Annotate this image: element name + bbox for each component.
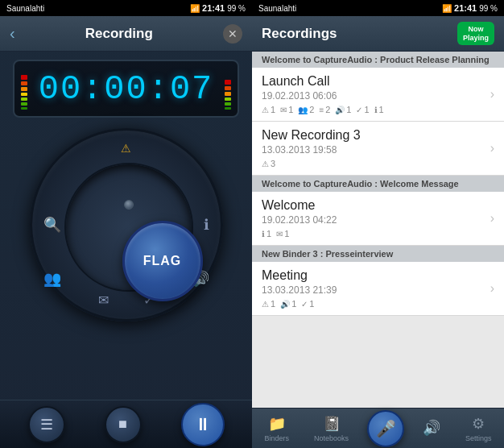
- info-meta-icon: ℹ: [262, 230, 265, 239]
- recording-title: Recording: [85, 26, 153, 42]
- mail-meta-icon: ✉: [280, 106, 287, 114]
- recording-item[interactable]: Welcome 19.02.2013 04:22 ℹ1 ✉1 ›: [252, 192, 504, 246]
- close-button[interactable]: ✕: [223, 24, 242, 44]
- volume-meta-icon: 🔊: [335, 106, 345, 114]
- battery-left: 99 %: [227, 4, 246, 13]
- meta-check: ✓1: [356, 105, 369, 114]
- level-bars-left: [21, 69, 27, 110]
- binders-icon: 📁: [268, 415, 286, 433]
- recording-item[interactable]: Launch Call 19.02.2013 06:06 ⚠1 ✉1 👥2 ≡2…: [252, 68, 504, 122]
- recording-meta: ⚠1 ✉1 👥2 ≡2 🔊1 ✓1 ℹ1: [262, 105, 484, 114]
- meta-volume: 🔊1: [280, 299, 296, 309]
- level-bar: [21, 75, 27, 80]
- volume-tab-icon: 🔊: [423, 419, 440, 437]
- tab-notebooks[interactable]: 📓 Notebooks: [308, 412, 355, 446]
- level-bar: [21, 87, 27, 91]
- level-bar: [225, 107, 231, 110]
- recording-item[interactable]: New Recording 3 13.03.2013 19:58 ⚠3 ›: [252, 122, 504, 176]
- tab-binders[interactable]: 📁 Binders: [258, 412, 295, 446]
- pause-icon: ⏸: [194, 414, 212, 435]
- tab-volume[interactable]: 🔊: [416, 416, 447, 442]
- timer-value: 00:00:07: [39, 70, 214, 109]
- settings-icon: ⚙: [472, 415, 485, 433]
- recording-meta: ⚠3: [262, 159, 484, 168]
- meta-people: 👥2: [298, 105, 314, 114]
- recording-name: Meeting: [262, 268, 484, 283]
- meta-info: ℹ1: [262, 229, 271, 239]
- warning-meta-icon: ⚠: [262, 300, 269, 309]
- time-left: 21:41: [202, 3, 225, 13]
- status-icons-left: 📶 21:41 99 %: [190, 3, 246, 13]
- back-button[interactable]: ‹: [10, 24, 15, 43]
- mail-icon[interactable]: ✉: [98, 292, 109, 308]
- chevron-right-icon: ›: [490, 281, 494, 296]
- recording-info: New Recording 3 13.03.2013 19:58 ⚠3: [262, 128, 484, 168]
- recording-date: 19.02.2013 04:22: [262, 214, 484, 226]
- recording-name: Launch Call: [262, 74, 484, 89]
- notebooks-icon: 📓: [323, 415, 341, 433]
- level-bar: [225, 102, 231, 106]
- recording-name: Welcome: [262, 198, 484, 213]
- people-meta-icon: 👥: [298, 106, 308, 114]
- meta-list: ≡2: [319, 105, 330, 114]
- menu-button[interactable]: ☰: [28, 406, 65, 443]
- info-meta-icon: ℹ: [374, 106, 378, 114]
- time-right: 21:41: [454, 3, 477, 13]
- carrier-left: Saunalahti: [6, 4, 44, 13]
- volume-meta-icon: 🔊: [280, 300, 290, 309]
- stop-button[interactable]: ■: [105, 406, 142, 443]
- tab-settings[interactable]: ⚙ Settings: [459, 412, 498, 446]
- stop-icon: ■: [118, 416, 127, 433]
- meta-warning: ⚠1: [262, 105, 275, 114]
- recording-meta: ℹ1 ✉1: [262, 229, 484, 239]
- level-bar: [21, 97, 27, 101]
- flag-button[interactable]: FLAG: [122, 221, 203, 301]
- section-header: Welcome to CaptureAudio : Welcome Messag…: [252, 176, 504, 192]
- info-icon[interactable]: ℹ: [204, 216, 209, 234]
- level-bar: [225, 86, 231, 90]
- now-playing-line2: Playing: [463, 34, 489, 43]
- recordings-list: Welcome to CaptureAudio : Product Releas…: [252, 52, 504, 408]
- dial-outer: ⚠ 🔍 ℹ 👥 🔊 ✉ ✓ FLAG: [30, 128, 223, 321]
- header-left: ‹ Recording ✕: [0, 16, 252, 52]
- battery-right: 99 %: [479, 4, 498, 13]
- recording-date: 13.03.2013 19:58: [262, 144, 484, 156]
- dot-indicator: [124, 200, 134, 209]
- recording-date: 19.02.2013 06:06: [262, 90, 484, 102]
- tab-settings-label: Settings: [465, 434, 492, 442]
- recording-info: Launch Call 19.02.2013 06:06 ⚠1 ✉1 👥2 ≡2…: [262, 74, 484, 114]
- tab-binders-label: Binders: [264, 434, 289, 442]
- search-icon[interactable]: 🔍: [43, 216, 61, 234]
- chevron-right-icon: ›: [490, 141, 494, 156]
- microphone-icon: 🎤: [376, 419, 396, 438]
- wifi-icon-right: 📶: [442, 4, 452, 13]
- header-right: Recordings Now Playing: [252, 16, 504, 52]
- warning-icon[interactable]: ⚠: [121, 142, 131, 155]
- recording-info: Meeting 13.03.2013 21:39 ⚠1 🔊1 ✓1: [262, 268, 484, 309]
- flag-label: FLAG: [143, 254, 182, 268]
- now-playing-badge[interactable]: Now Playing: [457, 22, 494, 46]
- now-playing-line1: Now: [468, 25, 483, 34]
- recording-meta: ⚠1 🔊1 ✓1: [262, 299, 484, 309]
- carrier-right: Saunalahti: [258, 4, 296, 13]
- recordings-title: Recordings: [262, 26, 337, 42]
- chevron-right-icon: ›: [490, 87, 494, 102]
- warning-meta-icon: ⚠: [262, 160, 269, 168]
- dial-inner: FLAG: [64, 163, 193, 292]
- mail-meta-icon: ✉: [276, 230, 283, 239]
- level-bar: [225, 92, 231, 96]
- pause-button[interactable]: ⏸: [181, 403, 225, 446]
- recording-item[interactable]: Meeting 13.03.2013 21:39 ⚠1 🔊1 ✓1 ›: [252, 262, 504, 316]
- status-bar-left: Saunalahti 📶 21:41 99 %: [0, 0, 252, 16]
- check-meta-icon: ✓: [356, 106, 362, 114]
- people-icon[interactable]: 👥: [43, 270, 61, 288]
- left-panel: Saunalahti 📶 21:41 99 % ‹ Recording ✕ 00…: [0, 0, 252, 448]
- tab-recordings-btn[interactable]: 🎤: [367, 410, 404, 447]
- wifi-icon: 📶: [190, 4, 200, 13]
- meta-volume: 🔊1: [335, 105, 351, 114]
- dial-container: ⚠ 🔍 ℹ 👥 🔊 ✉ ✓ FLAG: [30, 128, 223, 321]
- bottom-toolbar: ☰ ■ ⏸: [0, 400, 252, 448]
- tab-bar: 📁 Binders 📓 Notebooks 🎤 🔊 ⚙ Settings: [252, 408, 504, 448]
- meta-mail: ✉1: [276, 229, 289, 239]
- chevron-right-icon: ›: [490, 211, 494, 226]
